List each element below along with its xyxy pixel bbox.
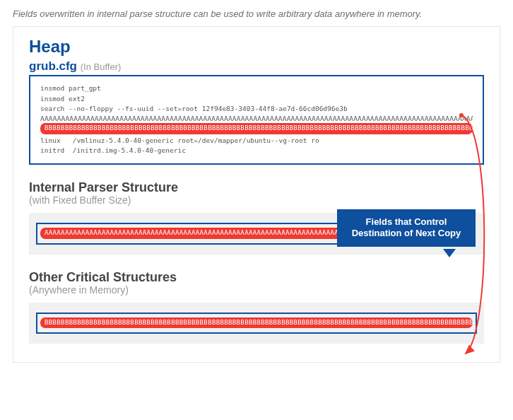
grubcfg-header: grub.cfg (In Buffer): [29, 59, 484, 74]
grubcfg-name: grub.cfg: [29, 59, 77, 73]
figure-caption: Fields overwritten in internal parse str…: [0, 0, 513, 26]
other-block: BBBBBBBBBBBBBBBBBBBBBBBBBBBBBBBBBBBBBBBB…: [29, 303, 484, 344]
heap-title: Heap: [29, 37, 484, 57]
code-line-2: insmod ext2: [40, 94, 473, 105]
code-line-3: search --no-floppy --fs-uuid --set=root …: [40, 104, 473, 115]
grubcfg-sub: (In Buffer): [81, 62, 122, 72]
other-sub: (Anywhere in Memory): [29, 284, 484, 296]
overflow-line-a: AAAAAAAAAAAAAAAAAAAAAAAAAAAAAAAAAAAAAAAA…: [40, 115, 473, 122]
code-line-4: linux /vmlinuz-5.4.0-40-generic root=/de…: [40, 136, 473, 146]
other-title: Other Critical Structures: [29, 270, 484, 285]
parser-sub: (with Fixed Buffer Size): [29, 194, 484, 206]
callout-tail-icon: [443, 249, 456, 257]
overflow-pill-b: BBBBBBBBBBBBBBBBBBBBBBBBBBBBBBBBBBBBBBBB…: [40, 123, 473, 134]
parser-buffer-left: AAAAAAAAAAAAAAAAAAAAAAAAAAAAAAAAAAAAAAAA…: [36, 223, 362, 245]
code-line-5: initrd /initrd.img-5.4.0-40-generic: [40, 146, 473, 156]
critical-pill-b: BBBBBBBBBBBBBBBBBBBBBBBBBBBBBBBBBBBBBBBB…: [40, 317, 473, 329]
callout-box: Fields that Control Destination of Next …: [337, 209, 476, 247]
buffer-box: insmod part_gpt insmod ext2 search --no-…: [29, 75, 484, 165]
parser-title: Internal Parser Structure: [29, 180, 484, 195]
critical-outline: BBBBBBBBBBBBBBBBBBBBBBBBBBBBBBBBBBBBBBBB…: [36, 313, 477, 334]
parser-pill-left: AAAAAAAAAAAAAAAAAAAAAAAAAAAAAAAAAAAAAAAA…: [40, 228, 358, 239]
code-line-1: insmod part_gpt: [40, 83, 473, 94]
heap-card: Heap grub.cfg (In Buffer) insmod part_gp…: [13, 26, 500, 363]
